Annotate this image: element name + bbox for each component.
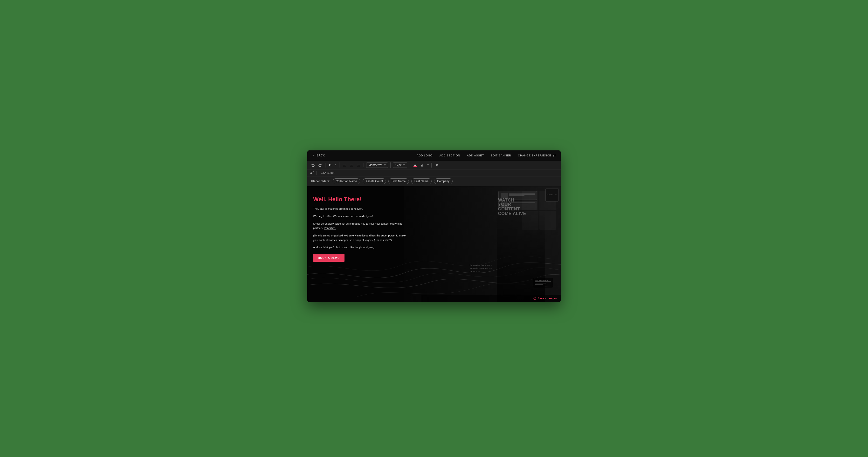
font-dropdown-arrow xyxy=(384,164,386,166)
placeholder-last-name[interactable]: Last Name xyxy=(411,178,432,184)
svg-rect-10 xyxy=(413,166,417,167)
align-center-button[interactable] xyxy=(349,163,354,167)
watch-line4: COME ALIVE xyxy=(498,211,526,216)
align-right-icon xyxy=(356,164,360,167)
color-group: A xyxy=(412,163,432,167)
silhouette xyxy=(497,209,545,302)
save-changes-label: Save changes xyxy=(537,297,557,300)
outer-wrapper: BACK ADD LOGO ADD SECTION ADD ASSET EDIT… xyxy=(0,0,868,457)
back-button[interactable]: BACK xyxy=(312,154,325,157)
book-demo-button[interactable]: BOOK A DEMO xyxy=(313,254,344,262)
share-text-block: the smartest way to share any content an… xyxy=(469,264,492,273)
hero-body1: They say all matches are made in heaven. xyxy=(313,206,408,211)
change-experience-btn[interactable]: CHANGE EXPERIENCE xyxy=(518,154,556,157)
placeholder-company[interactable]: Company xyxy=(434,178,453,184)
paperflite-link[interactable]: Paperflite. xyxy=(324,227,336,229)
text-format-group: B I xyxy=(328,162,339,167)
svg-rect-11 xyxy=(421,166,423,167)
font-size-group: 12px xyxy=(393,162,410,168)
highlight-icon xyxy=(420,163,424,167)
color-dropdown-arrow xyxy=(427,164,429,166)
back-label: BACK xyxy=(316,154,325,157)
share-text-2: any content anywhere and xyxy=(469,267,492,270)
share-text-3: track results xyxy=(469,270,492,273)
change-exp-icon xyxy=(553,154,556,157)
toolbar-row2: CTA Button xyxy=(307,169,561,176)
italic-button[interactable]: I xyxy=(333,162,337,167)
edit-banner-btn[interactable]: EDIT BANNER xyxy=(491,154,511,157)
hero-body5: And we think you'd both match like the y… xyxy=(313,245,408,250)
save-changes-button[interactable]: Save changes xyxy=(533,297,557,300)
save-icon xyxy=(533,297,536,300)
text-color-icon: A xyxy=(413,163,417,167)
editor-container: BACK ADD LOGO ADD SECTION ADD ASSET EDIT… xyxy=(307,151,561,302)
placeholder-first-name[interactable]: First Name xyxy=(389,178,409,184)
hero-body2: We beg to differ. We say some can be mad… xyxy=(313,214,408,219)
bold-button[interactable]: B xyxy=(328,162,333,167)
highlight-button[interactable] xyxy=(419,163,425,167)
text-color-button[interactable]: A xyxy=(412,163,418,167)
hero-content-card: Well, Hello There! They say all matches … xyxy=(307,186,414,269)
hero-body4: (S)he is smart, organised, extremely int… xyxy=(313,233,408,242)
undo-icon xyxy=(311,163,315,167)
align-center-icon xyxy=(350,164,353,167)
align-left-icon xyxy=(343,164,346,167)
undo-redo-group xyxy=(310,163,326,167)
add-logo-btn[interactable]: ADD LOGO xyxy=(416,154,433,157)
content-area: PAPERFLITE xyxy=(307,186,561,302)
watch-line1: WATCH xyxy=(498,198,526,202)
card-thumb-1 xyxy=(501,193,508,198)
link-icon[interactable] xyxy=(310,171,314,175)
top-nav: BACK ADD LOGO ADD SECTION ADD ASSET EDIT… xyxy=(307,151,561,161)
align-group xyxy=(342,163,364,167)
share-text-1: the smartest way to share xyxy=(469,264,492,267)
size-dropdown-arrow xyxy=(403,164,405,166)
back-arrow-icon xyxy=(312,154,315,157)
hero-title: Well, Hello There! xyxy=(313,196,408,203)
font-size-select[interactable]: 12px xyxy=(393,162,407,168)
toolbar-divider xyxy=(316,171,317,175)
undo-button[interactable] xyxy=(310,163,316,167)
paperflite-badge: PAPERFLITE xyxy=(546,188,559,201)
placeholder-assets-count[interactable]: Assets Count xyxy=(363,178,386,184)
hero-body3: Sheer serendipity aside, let us introduc… xyxy=(313,222,408,230)
code-group: <> xyxy=(434,162,442,167)
redo-button[interactable] xyxy=(317,163,323,167)
add-asset-btn[interactable]: ADD ASSET xyxy=(467,154,484,157)
watch-line2: YOUR xyxy=(498,202,526,207)
nav-actions: ADD LOGO ADD SECTION ADD ASSET EDIT BANN… xyxy=(416,154,556,157)
bottom-content-box: CONTENT-DRIVEN xyxy=(533,278,553,288)
watch-line3: CONTENT xyxy=(498,207,526,211)
font-select-group: Montserrat xyxy=(366,162,391,168)
placeholder-collection-name[interactable]: Collection Name xyxy=(333,178,360,184)
align-left-button[interactable] xyxy=(342,163,348,167)
add-section-btn[interactable]: ADD SECTION xyxy=(439,154,460,157)
font-family-select[interactable]: Montserrat xyxy=(366,162,388,168)
cta-label: CTA Button xyxy=(321,171,335,174)
card-lines-1 xyxy=(509,193,535,198)
redo-icon xyxy=(318,163,321,167)
watch-block: WATCH YOUR CONTENT COME ALIVE xyxy=(498,198,526,216)
toolbar-row1: B I xyxy=(307,161,561,169)
placeholders-label: Placeholders: xyxy=(311,179,330,183)
placeholders-row: Placeholders: Collection Name Assets Cou… xyxy=(307,176,561,186)
link-svg-icon xyxy=(310,171,314,174)
align-right-button[interactable] xyxy=(355,163,361,167)
save-bar: Save changes xyxy=(422,295,561,302)
code-button[interactable]: <> xyxy=(434,162,440,167)
